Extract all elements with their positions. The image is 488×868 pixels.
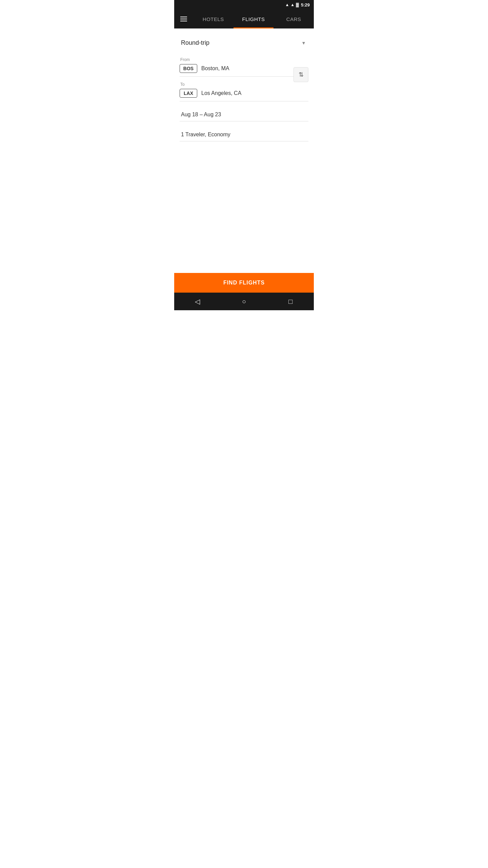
status-icons: ▲ ▲ ▓ [285, 2, 299, 7]
to-airport-code: LAX [180, 89, 197, 98]
from-field-group: From BOS Boston, MA ⇅ [180, 57, 308, 77]
back-button[interactable]: ◁ [190, 294, 205, 309]
from-label: From [180, 57, 308, 62]
from-airport-name: Boston, MA [201, 65, 308, 72]
status-bar: ▲ ▲ ▓ 5:29 [174, 0, 314, 9]
tab-hotels[interactable]: HOTELS [193, 9, 233, 28]
content-spacer [180, 141, 308, 243]
to-label: To [180, 82, 308, 87]
date-value: Aug 18 – Aug 23 [181, 112, 221, 117]
wifi-icon: ▲ [285, 2, 289, 7]
tab-cars[interactable]: CARS [273, 9, 314, 28]
from-field-row[interactable]: BOS Boston, MA ⇅ [180, 64, 308, 77]
to-field-group: To LAX Los Angeles, CA [180, 82, 308, 101]
find-flights-button[interactable]: FIND FLIGHTS [174, 273, 314, 293]
home-icon: ○ [242, 298, 246, 305]
from-airport-code: BOS [180, 64, 197, 73]
home-button[interactable]: ○ [237, 294, 251, 309]
traveler-field[interactable]: 1 Traveler, Economy [180, 127, 308, 141]
back-icon: ◁ [195, 297, 200, 305]
traveler-value: 1 Traveler, Economy [181, 132, 230, 137]
signal-icon: ▲ [290, 2, 294, 7]
trip-type-selector[interactable]: Round-trip ▾ [180, 35, 308, 51]
to-field-row[interactable]: LAX Los Angeles, CA [180, 89, 308, 101]
date-field[interactable]: Aug 18 – Aug 23 [180, 107, 308, 121]
swap-button[interactable]: ⇅ [293, 67, 308, 82]
top-nav: HOTELS FLIGHTS CARS [174, 9, 314, 28]
swap-icon: ⇅ [299, 71, 304, 78]
battery-icon: ▓ [296, 2, 299, 7]
bottom-nav: ◁ ○ □ [174, 293, 314, 310]
recent-icon: □ [288, 298, 292, 305]
recent-apps-button[interactable]: □ [283, 294, 298, 309]
status-time: 5:29 [301, 2, 310, 7]
chevron-down-icon: ▾ [300, 40, 307, 46]
menu-button[interactable] [174, 9, 193, 28]
nav-tabs: HOTELS FLIGHTS CARS [193, 9, 314, 28]
trip-type-label: Round-trip [181, 39, 209, 46]
hamburger-icon [180, 17, 187, 21]
main-content: Round-trip ▾ From BOS Boston, MA ⇅ To LA… [174, 28, 314, 273]
tab-flights[interactable]: FLIGHTS [233, 9, 274, 28]
to-airport-name: Los Angeles, CA [201, 90, 308, 96]
